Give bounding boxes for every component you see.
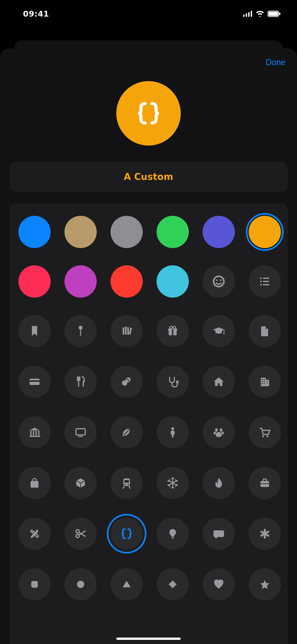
snowflake-icon[interactable] <box>156 467 189 499</box>
flame-icon[interactable] <box>202 467 235 499</box>
rounded-square-icon[interactable] <box>18 568 51 600</box>
color-swatch[interactable] <box>156 216 189 248</box>
edit-list-sheet: Done A Custom <box>0 48 297 644</box>
asterisk-icon[interactable] <box>249 518 281 550</box>
heart-icon[interactable] <box>202 568 235 600</box>
svg-rect-66 <box>260 481 269 487</box>
svg-rect-67 <box>260 483 269 484</box>
svg-point-16 <box>78 326 82 330</box>
list-icon-preview-wrap <box>9 81 288 146</box>
bookmark-icon[interactable] <box>18 315 51 347</box>
svg-rect-47 <box>36 431 37 435</box>
train-icon[interactable] <box>110 467 143 499</box>
paw-icon[interactable] <box>202 416 235 448</box>
svg-rect-70 <box>171 537 174 538</box>
list-name-field[interactable]: A Custom <box>9 162 288 192</box>
box-icon[interactable] <box>64 467 97 499</box>
credit-card-icon[interactable] <box>18 366 51 398</box>
bag-icon[interactable] <box>18 467 51 499</box>
wifi-icon <box>256 10 264 17</box>
triangle-icon[interactable] <box>110 568 143 600</box>
svg-point-57 <box>262 435 264 438</box>
cart-icon[interactable] <box>249 416 281 448</box>
svg-rect-6 <box>279 13 280 15</box>
svg-rect-5 <box>268 12 278 16</box>
tools-icon[interactable] <box>18 518 51 550</box>
svg-point-52 <box>171 427 174 430</box>
star-icon[interactable] <box>249 568 281 600</box>
utensils-icon[interactable] <box>64 366 97 398</box>
svg-rect-42 <box>264 383 265 384</box>
house-icon[interactable] <box>202 366 235 398</box>
books-icon[interactable] <box>110 315 143 347</box>
more-options-button[interactable] <box>249 265 281 298</box>
color-swatch[interactable] <box>110 216 143 248</box>
svg-rect-43 <box>267 381 268 382</box>
svg-rect-15 <box>263 284 269 286</box>
document-icon[interactable] <box>249 315 281 347</box>
stethoscope-icon[interactable] <box>156 366 189 398</box>
svg-rect-37 <box>262 379 263 380</box>
svg-rect-11 <box>263 278 269 279</box>
status-bar: 09:41 <box>0 0 297 28</box>
svg-point-12 <box>260 281 262 282</box>
svg-point-9 <box>220 280 222 281</box>
scissors-icon[interactable] <box>64 518 97 550</box>
leaf-icon[interactable] <box>110 416 143 448</box>
svg-rect-44 <box>267 382 268 384</box>
pills-icon[interactable] <box>110 366 143 398</box>
color-swatch[interactable] <box>249 216 281 248</box>
color-swatch[interactable] <box>202 216 235 248</box>
svg-rect-60 <box>124 480 129 483</box>
color-swatch[interactable] <box>110 265 143 298</box>
person-icon[interactable] <box>156 416 189 448</box>
sheet-header: Done <box>9 55 288 74</box>
graduation-cap-icon[interactable] <box>202 315 235 347</box>
svg-point-25 <box>170 326 172 329</box>
list-name-text: A Custom <box>124 171 173 182</box>
svg-rect-19 <box>125 326 127 335</box>
svg-rect-21 <box>129 328 132 335</box>
cellular-icon <box>243 11 252 17</box>
svg-rect-46 <box>33 431 34 435</box>
color-swatch[interactable] <box>156 265 189 298</box>
svg-rect-41 <box>262 383 263 384</box>
svg-point-14 <box>260 284 262 286</box>
briefcase-icon[interactable] <box>249 467 281 499</box>
svg-point-61 <box>124 484 126 485</box>
svg-rect-2 <box>248 12 250 17</box>
chat-icon[interactable] <box>202 518 235 550</box>
done-button[interactable]: Done <box>266 58 286 67</box>
svg-point-53 <box>215 428 218 432</box>
color-grid <box>18 216 278 298</box>
building-icon[interactable] <box>249 366 281 398</box>
svg-rect-51 <box>78 436 83 437</box>
svg-rect-38 <box>264 379 265 380</box>
emoji-picker-button[interactable] <box>202 265 235 298</box>
svg-point-26 <box>173 326 176 329</box>
svg-point-10 <box>260 278 262 279</box>
color-swatch[interactable] <box>64 216 97 248</box>
color-swatch[interactable] <box>64 265 97 298</box>
diamond-icon[interactable] <box>156 568 189 600</box>
color-swatch[interactable] <box>18 216 51 248</box>
status-time: 09:41 <box>23 9 49 18</box>
svg-point-28 <box>223 333 225 334</box>
icon-grid <box>18 315 278 600</box>
picker-panel <box>9 203 288 644</box>
svg-rect-1 <box>246 13 247 17</box>
pin-icon[interactable] <box>64 315 97 347</box>
bank-icon[interactable] <box>18 416 51 448</box>
svg-rect-27 <box>224 330 224 333</box>
lightbulb-icon[interactable] <box>156 518 189 550</box>
gift-icon[interactable] <box>156 315 189 347</box>
svg-point-8 <box>216 280 218 281</box>
monitor-icon[interactable] <box>64 416 97 448</box>
circle-icon[interactable] <box>64 568 97 600</box>
code-braces-icon[interactable] <box>110 518 143 550</box>
home-indicator[interactable] <box>116 638 181 640</box>
color-swatch[interactable] <box>18 265 51 298</box>
svg-point-56 <box>222 432 224 434</box>
battery-icon <box>268 10 281 17</box>
svg-rect-3 <box>251 11 252 17</box>
